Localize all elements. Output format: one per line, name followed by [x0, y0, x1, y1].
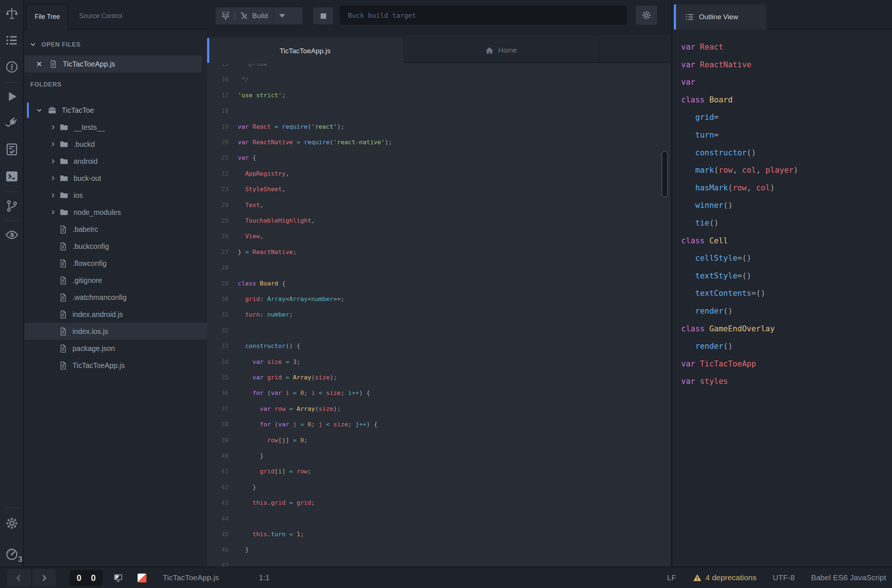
code-line-text: } = ReactNative; — [238, 244, 297, 260]
grammar-indicator[interactable]: Babel ES6 JavaScript — [811, 573, 886, 582]
tree-item-index.android.js[interactable]: index.android.js — [24, 306, 207, 323]
code-line-24: 24 Text, — [207, 197, 670, 213]
status-bar: 0 0 TicTacToeApp.js 1:1 LF 4 deprecation… — [0, 567, 892, 588]
outline-item[interactable]: var TicTacToeApp — [681, 355, 756, 373]
tree-item-.babelrc[interactable]: .babelrc — [24, 221, 207, 238]
file-icon — [58, 310, 67, 319]
nav-back-button[interactable] — [7, 569, 31, 586]
line-number: 24 — [207, 197, 229, 213]
encoding-indicator[interactable]: UTF-8 — [772, 573, 795, 582]
line-number: 16 — [207, 71, 229, 87]
code-line-22: 22 AppRegistry, — [207, 166, 670, 182]
tree-item-.flowconfig[interactable]: .flowconfig — [24, 255, 207, 272]
dock-gear-icon[interactable] — [5, 516, 19, 530]
tab-outline-view[interactable]: Outline View — [674, 4, 766, 30]
outline-item[interactable]: var — [681, 73, 695, 91]
folder-icon — [59, 190, 69, 200]
tab-file-tree[interactable]: File Tree — [26, 4, 69, 30]
code-line-text: var React = require('react'); — [238, 119, 344, 135]
code-line-text: } — [238, 479, 256, 495]
code-line-32: 32 — [207, 322, 670, 338]
dock-balance-scale-icon[interactable] — [5, 7, 19, 21]
code-line-text: this.grid = grid; — [238, 495, 315, 511]
tab-tictactoeapp-js[interactable]: TicTacToeApp.js — [207, 38, 403, 64]
tree-item-TicTacToeApp.js[interactable]: TicTacToeApp.js — [24, 357, 207, 374]
tab-source-control[interactable]: Source Control — [71, 4, 130, 30]
outline-item[interactable]: class GameEndOverlay — [681, 320, 775, 338]
dock-tasklist-icon[interactable] — [5, 142, 19, 156]
outline-item[interactable]: cellStyle=() — [695, 249, 751, 267]
dock-info-icon[interactable] — [5, 60, 19, 74]
tree-item-.buckconfig[interactable]: .buckconfig — [24, 238, 207, 255]
outline-item[interactable]: mark(row, col, player) — [695, 161, 798, 179]
outline-item[interactable]: var ReactNative — [681, 56, 751, 74]
home-icon — [484, 45, 495, 56]
tree-item-.watchmanconfig[interactable]: .watchmanconfig — [24, 289, 207, 306]
tree-item-label: .watchmanconfig — [72, 293, 126, 302]
tab-home[interactable]: Home — [403, 38, 599, 63]
monitor-icon[interactable] — [113, 573, 123, 583]
dock-eye-icon[interactable] — [5, 228, 19, 242]
outline-item[interactable]: tie() — [695, 214, 718, 232]
file-icon — [58, 361, 67, 370]
dock-git-branch-icon[interactable] — [5, 199, 19, 213]
stop-button[interactable] — [313, 8, 333, 24]
code-line-18: 18 — [207, 103, 670, 119]
tree-item-label: node_modules — [73, 208, 121, 217]
cursor-position[interactable]: 1:1 — [259, 567, 270, 588]
tree-item-android[interactable]: android — [24, 153, 207, 170]
build-dropdown-button[interactable] — [273, 8, 290, 24]
chevron-right-icon — [39, 573, 49, 583]
tree-item-package.json[interactable]: package.json — [24, 340, 207, 357]
code-line-text: class Board { — [238, 276, 285, 291]
tree-item-node_modules[interactable]: node_modules — [24, 204, 207, 221]
line-ending-indicator[interactable]: LF — [667, 573, 676, 582]
code-editor[interactable]: 15 * @flow16 */17'use strict';1819var Re… — [207, 63, 670, 567]
outline-item[interactable]: class Board — [681, 91, 733, 109]
line-number: 22 — [207, 166, 229, 182]
build-button[interactable]: Build — [216, 8, 273, 24]
outline-item[interactable]: class Cell — [681, 232, 728, 250]
tree-item-ios[interactable]: ios — [24, 187, 207, 204]
outline-item[interactable]: render() — [695, 302, 733, 320]
tree-item-__tests__[interactable]: __tests__ — [24, 119, 207, 136]
file-tree-content: OPEN FILES TicTacToeApp.js FOLDERS TicTa… — [24, 30, 207, 567]
code-line-text: constructor() { — [238, 338, 300, 354]
tree-item-TicTacToe[interactable]: TicTacToe — [24, 102, 207, 119]
active-root-indicator — [27, 102, 29, 118]
file-icon — [58, 225, 67, 234]
line-number: 41 — [207, 464, 229, 479]
nav-forward-button[interactable] — [32, 569, 56, 586]
dock-list-unordered-icon[interactable] — [5, 33, 19, 47]
outline-item[interactable]: constructor() — [695, 144, 756, 162]
tree-item-index.ios.js[interactable]: index.ios.js — [24, 323, 207, 340]
dock-play-icon[interactable] — [5, 90, 19, 104]
outline-item[interactable]: textStyle=() — [695, 267, 751, 285]
buck-build-target-input[interactable] — [340, 6, 627, 25]
outline-item[interactable]: render() — [695, 337, 733, 355]
outline-item[interactable]: hasMark(row, col) — [695, 179, 775, 197]
code-line-text: AppRegistry, — [238, 166, 289, 182]
dock-gauge-icon[interactable]: 3 — [5, 547, 19, 561]
deprecations-indicator[interactable]: 4 deprecations — [693, 573, 757, 582]
code-line-45: 45 this.turn = 1; — [207, 526, 670, 542]
statusbar-filename[interactable]: TicTacToeApp.js — [163, 567, 219, 588]
outline-item[interactable]: textContents=() — [695, 284, 766, 302]
file-tree: TicTacToe__tests__.buckdandroidbuck-outi… — [24, 30, 207, 567]
line-number: 42 — [207, 479, 229, 495]
buck-toolbar: Build — [207, 0, 670, 35]
outline-item[interactable]: var styles — [681, 372, 728, 390]
dock-terminal-icon[interactable] — [5, 170, 19, 183]
line-number: 32 — [207, 322, 229, 338]
outline-item[interactable]: var React — [681, 38, 723, 56]
tree-item-.buckd[interactable]: .buckd — [24, 136, 207, 153]
outline-item[interactable]: grid= — [695, 108, 718, 126]
diagnostics-counts[interactable]: 0 0 — [69, 570, 103, 586]
toolbar-settings-button[interactable] — [636, 6, 657, 25]
tree-item-.gitignore[interactable]: .gitignore — [24, 272, 207, 289]
outline-item[interactable]: turn= — [695, 126, 718, 144]
tree-item-buck-out[interactable]: buck-out — [24, 170, 207, 187]
dock-plug-icon[interactable] — [5, 116, 19, 130]
coverage-icon[interactable] — [138, 574, 147, 582]
outline-item[interactable]: winner() — [695, 196, 733, 214]
